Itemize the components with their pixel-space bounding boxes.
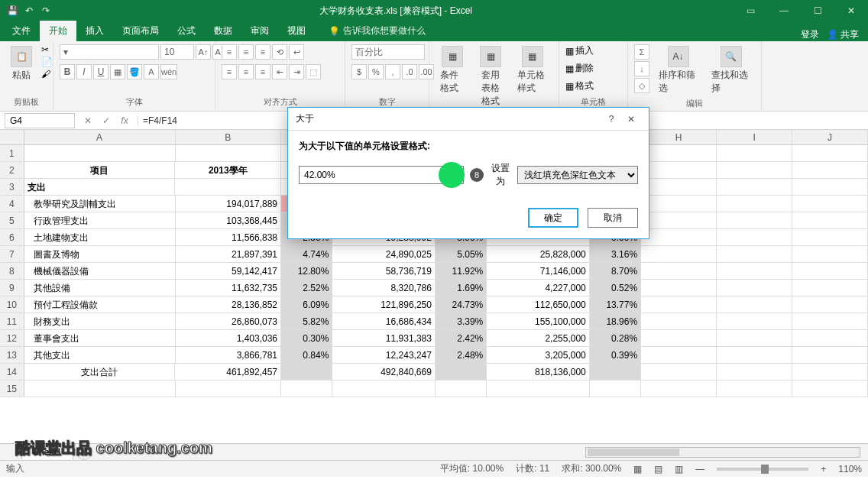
cell[interactable]: [792, 280, 868, 296]
save-icon[interactable]: 💾: [6, 5, 18, 17]
cell[interactable]: [717, 263, 792, 279]
cell[interactable]: [717, 179, 792, 195]
cell[interactable]: [332, 381, 436, 397]
cell[interactable]: 11,566,838: [176, 229, 282, 245]
cell[interactable]: [792, 381, 868, 397]
insert-cells[interactable]: ▦ 插入: [565, 44, 594, 57]
cell[interactable]: [792, 263, 868, 279]
cell[interactable]: 25,828,000: [487, 246, 590, 262]
format-painter-icon[interactable]: 🖌: [41, 69, 53, 79]
cell[interactable]: 818,136,000: [487, 364, 590, 380]
tab-review[interactable]: 审阅: [241, 21, 278, 41]
cell[interactable]: 121,896,250: [332, 296, 436, 313]
cell[interactable]: 58,736,719: [332, 263, 436, 279]
threshold-input[interactable]: 42.00%: [299, 166, 464, 184]
cell[interactable]: [641, 246, 717, 262]
cell[interactable]: [436, 381, 487, 397]
cell[interactable]: 59,142,417: [176, 263, 282, 279]
cell[interactable]: [717, 145, 792, 161]
tab-layout[interactable]: 页面布局: [113, 21, 168, 41]
tab-formula[interactable]: 公式: [168, 21, 205, 41]
cell[interactable]: 194,017,889: [176, 196, 282, 212]
cell[interactable]: [792, 246, 868, 262]
row-header[interactable]: 2: [0, 162, 24, 178]
align-right[interactable]: ≡: [255, 64, 270, 79]
cell[interactable]: 103,368,445: [176, 212, 282, 228]
row-header[interactable]: 4: [0, 196, 24, 212]
underline-button[interactable]: U: [93, 64, 108, 79]
sort-filter-button[interactable]: A↓排序和筛选: [654, 44, 702, 96]
cell[interactable]: [590, 364, 641, 380]
cell[interactable]: 董事會支出: [24, 330, 176, 346]
row-header[interactable]: 3: [0, 179, 24, 195]
row-header[interactable]: 6: [0, 229, 24, 245]
maximize-icon[interactable]: ☐: [801, 0, 834, 21]
minimize-icon[interactable]: —: [767, 0, 801, 21]
tab-insert[interactable]: 插入: [76, 21, 113, 41]
dialog-help-icon[interactable]: ?: [601, 114, 621, 125]
cell[interactable]: [717, 162, 792, 178]
cell[interactable]: 機械儀器設備: [24, 263, 176, 279]
cell[interactable]: [717, 347, 792, 363]
close-icon[interactable]: ✕: [834, 0, 868, 21]
cell[interactable]: [641, 364, 717, 380]
cell[interactable]: [641, 347, 717, 363]
cell[interactable]: 2013學年: [175, 162, 281, 178]
currency-icon[interactable]: $: [351, 64, 367, 79]
cell[interactable]: 12,243,247: [332, 347, 436, 363]
cell[interactable]: [281, 381, 332, 397]
cell[interactable]: [641, 179, 717, 195]
find-select-button[interactable]: 🔍查找和选择: [707, 44, 755, 96]
cell[interactable]: [641, 280, 717, 296]
inc-dec[interactable]: .0: [402, 64, 417, 79]
cell[interactable]: 2,255,000: [487, 330, 590, 346]
orient[interactable]: ⟲: [272, 44, 287, 60]
cell[interactable]: 其他支出: [24, 347, 176, 363]
bold-button[interactable]: B: [60, 64, 75, 79]
percent-icon[interactable]: %: [368, 64, 384, 79]
cell[interactable]: 71,146,000: [487, 263, 590, 279]
cell[interactable]: 0.39%: [590, 347, 641, 363]
cell[interactable]: 16,686,434: [332, 313, 436, 329]
cell[interactable]: [717, 280, 792, 296]
cell[interactable]: 21,897,391: [176, 246, 282, 262]
cell[interactable]: [792, 196, 868, 212]
tab-data[interactable]: 数据: [205, 21, 241, 41]
cell[interactable]: [436, 364, 487, 380]
cell[interactable]: 12.80%: [281, 263, 332, 279]
zoom-value[interactable]: 110%: [838, 464, 862, 474]
cell[interactable]: 6.09%: [281, 296, 332, 313]
cell[interactable]: 2.42%: [436, 330, 487, 346]
cell[interactable]: [792, 296, 868, 313]
paste-button[interactable]: 📋粘贴: [6, 44, 37, 83]
cell-style-button[interactable]: ▦单元格样式: [513, 44, 552, 96]
horizontal-scrollbar[interactable]: [585, 447, 860, 458]
conditional-format-button[interactable]: ▦条件格式: [436, 44, 469, 96]
cell[interactable]: 3.16%: [590, 246, 641, 262]
cell[interactable]: 財務支出: [24, 313, 176, 329]
cell[interactable]: 3,205,000: [487, 347, 590, 363]
font-size-combo[interactable]: 10: [160, 44, 194, 60]
cell[interactable]: [717, 330, 792, 346]
cell[interactable]: [792, 330, 868, 346]
cell[interactable]: [176, 145, 282, 161]
cell[interactable]: [641, 196, 717, 212]
row-header[interactable]: 15: [0, 381, 24, 397]
align-top[interactable]: ≡: [222, 44, 237, 60]
cell[interactable]: [717, 229, 792, 245]
cell[interactable]: 2.48%: [436, 347, 487, 363]
cell[interactable]: 461,892,457: [175, 364, 281, 380]
font-family-combo[interactable]: ▾: [60, 44, 159, 60]
cancel-button[interactable]: 取消: [588, 208, 638, 228]
dialog-close-icon[interactable]: ✕: [621, 114, 641, 125]
align-left[interactable]: ≡: [222, 64, 237, 79]
wrap[interactable]: ↩: [289, 44, 304, 60]
cell[interactable]: [24, 381, 176, 397]
cell[interactable]: 教學研究及訓輔支出: [24, 196, 176, 212]
cell[interactable]: 28,136,852: [176, 296, 282, 313]
cell[interactable]: [792, 347, 868, 363]
cell[interactable]: 13.77%: [590, 296, 641, 313]
format-cells[interactable]: ▦ 格式: [565, 79, 594, 92]
cell[interactable]: 项目: [24, 162, 176, 178]
tellme-search[interactable]: 💡 告诉我你想要做什么: [322, 21, 432, 41]
